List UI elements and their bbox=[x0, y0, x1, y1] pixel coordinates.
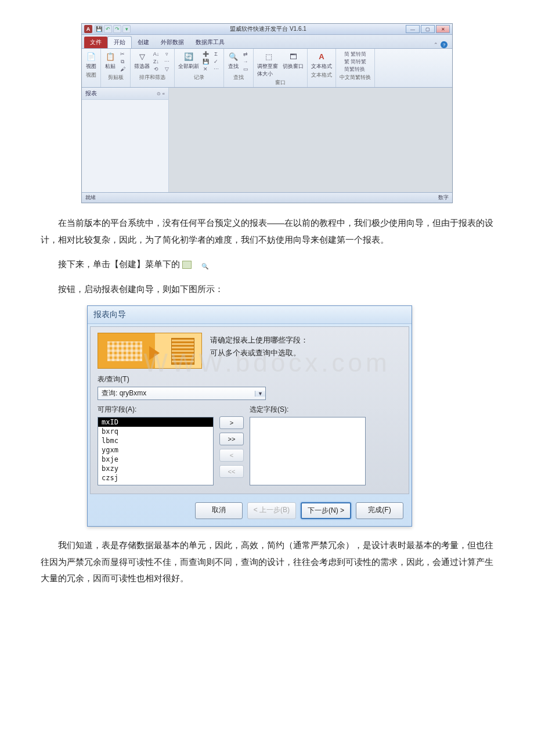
content-area: 报表 ⊙ « bbox=[82, 88, 452, 192]
switch-window-button[interactable]: 🗔 切换窗口 bbox=[283, 51, 304, 70]
view-button[interactable]: 📄 视图 bbox=[85, 51, 97, 70]
add-all-button[interactable]: >> bbox=[219, 433, 244, 445]
qat-redo-icon[interactable]: ↷ bbox=[113, 25, 121, 33]
clear-sort-icon[interactable]: ⟲ bbox=[152, 66, 160, 73]
back-button[interactable]: < 上一步(B) bbox=[247, 502, 296, 519]
group-clipboard-label: 剪贴板 bbox=[108, 74, 124, 81]
resize-button[interactable]: ⬚ 调整至窗体大小 bbox=[257, 51, 280, 78]
table-query-combo[interactable]: 查询: qryBxmx ▼ bbox=[98, 387, 266, 400]
nav-pane: 报表 ⊙ « bbox=[82, 88, 169, 192]
tab-dbtools[interactable]: 数据库工具 bbox=[190, 37, 230, 48]
refresh-icon: 🔄 bbox=[183, 51, 194, 62]
ribbon: 📄 视图 视图 📋 粘贴 ✂ ⧉ 🖌 bbox=[82, 49, 452, 88]
titlebar: A 💾 ↶ ↷ ▾ 盟威软件快速开发平台 V1.6.1 — ▢ ✕ bbox=[82, 24, 452, 35]
paragraph-4: 我们知道，表是存储数据最基本的单元，因此，高效，简约（通常严禁冗余），是设计表时… bbox=[41, 537, 493, 587]
filter-button[interactable]: ▽ 筛选器 bbox=[134, 51, 150, 70]
refresh-label: 全部刷新 bbox=[178, 63, 199, 70]
qat-save-icon[interactable]: 💾 bbox=[95, 25, 103, 33]
combo-value: 查询: qryBxmx bbox=[98, 387, 255, 399]
delete-record-icon[interactable]: ✕ bbox=[201, 66, 210, 73]
sort-desc-icon[interactable]: Z↓ bbox=[152, 58, 160, 65]
nav-header[interactable]: 报表 ⊙ « bbox=[82, 88, 168, 100]
cut-icon[interactable]: ✂ bbox=[118, 51, 127, 57]
available-fields-listbox[interactable]: mxID bxrq lbmc ygxm bxje bxzy czsj bbox=[98, 417, 214, 485]
brush-icon[interactable]: 🖌 bbox=[118, 66, 127, 73]
nav-toggle-icon[interactable]: ⊙ « bbox=[157, 91, 165, 96]
help-icon[interactable]: ? bbox=[441, 41, 448, 48]
finish-button[interactable]: 完成(F) bbox=[356, 502, 403, 519]
group-view: 📄 视图 视图 bbox=[82, 49, 101, 87]
list-item[interactable]: czsj bbox=[98, 473, 213, 483]
work-area bbox=[169, 88, 452, 192]
remove-all-button[interactable]: << bbox=[219, 465, 244, 478]
group-textfmt-label: 文本格式 bbox=[311, 71, 332, 79]
find-label: 查找 bbox=[228, 63, 239, 70]
remove-field-button[interactable]: < bbox=[219, 449, 244, 462]
toggle-filter-icon[interactable]: ▽ bbox=[163, 66, 171, 73]
wizard-head-1: 请确定报表上使用哪些字段： bbox=[210, 335, 308, 345]
ribbon-collapse-icon[interactable]: ⌃ bbox=[434, 42, 438, 48]
close-button[interactable]: ✕ bbox=[436, 25, 450, 33]
paste-button[interactable]: 📋 粘贴 bbox=[104, 51, 116, 70]
add-field-button[interactable]: > bbox=[219, 416, 244, 429]
tab-start[interactable]: 开始 bbox=[107, 36, 132, 48]
sel-filter-icon[interactable]: ▿ bbox=[163, 51, 171, 57]
totals-icon[interactable]: Σ bbox=[212, 51, 220, 57]
qat-undo-icon[interactable]: ↶ bbox=[104, 25, 112, 33]
textfmt-label: 文本格式 bbox=[311, 63, 332, 70]
nav-title: 报表 bbox=[85, 89, 97, 98]
zh-trad-button[interactable]: 繁 简转繁 bbox=[344, 58, 367, 65]
view-label: 视图 bbox=[86, 63, 96, 70]
paste-label: 粘贴 bbox=[105, 63, 116, 70]
sort-asc-icon[interactable]: A↓ bbox=[152, 51, 160, 57]
minimize-button[interactable]: — bbox=[406, 25, 420, 33]
replace-icon[interactable]: ⇄ bbox=[241, 51, 250, 57]
refresh-button[interactable]: 🔄 全部刷新 bbox=[178, 51, 199, 70]
find-button[interactable]: 🔍 查找 bbox=[228, 51, 239, 70]
group-window-label: 窗口 bbox=[275, 79, 286, 87]
arrow-icon bbox=[149, 346, 160, 360]
wizard-title: 报表向导 bbox=[88, 306, 412, 324]
list-item[interactable]: bxje bbox=[98, 455, 213, 464]
tab-external[interactable]: 外部数据 bbox=[155, 37, 190, 48]
dropdown-icon[interactable]: ▼ bbox=[255, 391, 265, 397]
wizard-footer: 取消 < 上一步(B) 下一步(N) > 完成(F) bbox=[88, 496, 412, 526]
nav-body bbox=[82, 100, 168, 192]
save-record-icon[interactable]: 💾 bbox=[201, 58, 210, 65]
group-find: 🔍 查找 ⇄ → ▭ 查找 bbox=[224, 49, 254, 87]
group-view-label: 视图 bbox=[86, 71, 96, 79]
selected-fields-listbox[interactable] bbox=[250, 417, 366, 485]
goto-icon[interactable]: → bbox=[241, 58, 250, 65]
list-item[interactable]: bxrq bbox=[98, 427, 213, 436]
paste-icon: 📋 bbox=[104, 51, 116, 62]
filter-label: 筛选器 bbox=[134, 63, 150, 70]
filter-icon: ▽ bbox=[136, 51, 148, 62]
select-icon[interactable]: ▭ bbox=[241, 66, 250, 73]
maximize-button[interactable]: ▢ bbox=[421, 25, 435, 33]
report-wizard-inline-icon bbox=[182, 261, 192, 269]
list-item[interactable]: ygxm bbox=[98, 445, 213, 455]
copy-icon[interactable]: ⧉ bbox=[118, 58, 127, 65]
list-item[interactable]: mxID bbox=[98, 417, 213, 427]
ribbon-tabs: 文件 开始 创建 外部数据 数据库工具 ⌃ ? bbox=[82, 35, 452, 49]
list-item[interactable]: lbmc bbox=[98, 436, 213, 445]
group-sort-label: 排序和筛选 bbox=[139, 74, 165, 81]
adv-filter-icon[interactable]: ⋯ bbox=[163, 58, 171, 65]
spellcheck-icon[interactable]: ✓ bbox=[212, 58, 220, 65]
new-record-icon[interactable]: ➕ bbox=[201, 51, 210, 57]
zh-conv-button[interactable]: 简繁转换 bbox=[344, 66, 365, 73]
table-query-label: 表/查询(T) bbox=[98, 375, 402, 384]
switch-window-icon: 🗔 bbox=[287, 51, 299, 62]
file-tab[interactable]: 文件 bbox=[84, 37, 107, 48]
textfmt-button[interactable]: A 文本格式 bbox=[311, 51, 332, 70]
wizard-graphic bbox=[98, 333, 202, 369]
list-item[interactable]: bxzy bbox=[98, 464, 213, 473]
cancel-button[interactable]: 取消 bbox=[195, 502, 243, 519]
more-records-icon[interactable]: ⋯ bbox=[212, 66, 220, 73]
tab-create[interactable]: 创建 bbox=[132, 37, 155, 48]
zh-simp-button[interactable]: 简 繁转简 bbox=[344, 51, 367, 57]
next-button[interactable]: 下一步(N) > bbox=[301, 502, 351, 519]
paragraph-2: 接下来，单击【创建】菜单下的 bbox=[41, 256, 493, 273]
qat-more-icon[interactable]: ▾ bbox=[122, 25, 131, 33]
paragraph-3: 按钮，启动报表创建向导，则如下图所示： bbox=[41, 281, 493, 298]
